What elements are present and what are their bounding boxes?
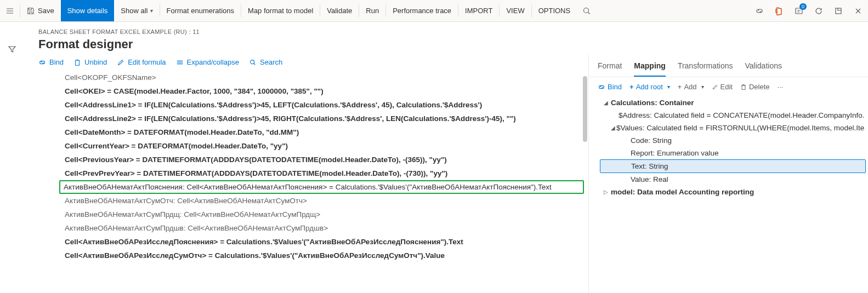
- chevron-down-icon: ▾: [701, 84, 704, 90]
- view-button[interactable]: VIEW: [500, 0, 531, 21]
- tree-report[interactable]: Report: Enumeration value: [600, 147, 866, 159]
- plus-icon: +: [678, 83, 682, 91]
- format-row[interactable]: Cell<OKOPF_OKFSName>: [63, 71, 584, 84]
- format-row[interactable]: Cell<PrevPrevYear> = DATETIMEFORMAT(ADDD…: [63, 166, 584, 180]
- bind-label: Bind: [49, 58, 64, 66]
- add-label: Add: [684, 83, 696, 91]
- tree-code[interactable]: Code: String: [600, 134, 866, 147]
- link-icon[interactable]: [750, 0, 769, 21]
- tree-report-label: Report: Enumeration value: [631, 149, 719, 157]
- tree-calculations[interactable]: ◢ Calculations: Container: [600, 96, 866, 109]
- bind-button[interactable]: Bind: [38, 58, 64, 66]
- save-label: Save: [38, 7, 54, 15]
- save-button[interactable]: Save: [20, 0, 61, 21]
- format-list: Cell<OKOPF_OKFSName>Cell<OKEI> = CASE(mo…: [38, 71, 588, 293]
- run-button[interactable]: Run: [359, 0, 385, 21]
- notifications-icon[interactable]: 0: [789, 0, 809, 21]
- validate-button[interactable]: Validate: [320, 0, 359, 21]
- tree-model[interactable]: ▷ model: Data model Accounting reporting: [600, 186, 866, 198]
- filter-icon[interactable]: [3, 41, 21, 58]
- mapping-bind-button[interactable]: Bind: [598, 83, 622, 91]
- close-icon[interactable]: [848, 0, 868, 21]
- format-row[interactable]: Cell<OKEI> = CASE(model.Header.Factor, 1…: [63, 84, 584, 98]
- performance-trace-button[interactable]: Performance trace: [386, 0, 458, 21]
- delete-label: Delete: [749, 83, 770, 91]
- format-row[interactable]: Cell<PreviousYear> = DATETIMEFORMAT(ADDD…: [63, 153, 584, 166]
- add-root-label: Add root: [636, 83, 663, 91]
- tree-model-label: model: Data model Accounting reporting: [611, 188, 754, 196]
- tree-collapse-icon[interactable]: ◢: [602, 100, 610, 106]
- scrollbar-thumb[interactable]: [583, 76, 587, 142]
- unbind-button[interactable]: Unbind: [73, 58, 107, 66]
- format-row[interactable]: АктивВнеОбАНематАктСумОтч: Cell<АктивВне…: [63, 194, 584, 208]
- perf-trace-label: Performance trace: [393, 7, 451, 15]
- format-row[interactable]: Cell<AddressLine1> = IF(LEN(Calculations…: [63, 98, 584, 112]
- svg-point-0: [584, 8, 589, 13]
- tree-value-label: Value: Real: [631, 175, 668, 183]
- unbind-icon: [73, 59, 81, 66]
- format-pane: Bind Unbind Edit formula Expand/collapse: [0, 55, 588, 293]
- search-icon[interactable]: [577, 0, 597, 21]
- edit-button[interactable]: Edit: [712, 83, 733, 91]
- format-row[interactable]: Cell<DateMonth> = DATEFORMAT(model.Heade…: [63, 125, 584, 139]
- expand-icon: [176, 59, 184, 66]
- format-row[interactable]: Cell<AddressLine2> = IF(LEN(Calculations…: [63, 112, 584, 125]
- mapping-tree: ◢ Calculations: Container $Address: Calc…: [589, 94, 868, 198]
- delete-button[interactable]: Delete: [740, 83, 770, 91]
- tree-address[interactable]: $Address: Calculated field = CONCATENATE…: [600, 109, 866, 122]
- format-row[interactable]: Cell<АктивВнеОбАРезИсследСумОтч> = Calcu…: [63, 249, 584, 262]
- edit-formula-button[interactable]: Edit formula: [117, 58, 166, 66]
- tab-validations[interactable]: Validations: [745, 58, 782, 77]
- expand-collapse-button[interactable]: Expand/collapse: [176, 58, 239, 66]
- mapping-toolbar: Bind + Add root ▾ + Add ▾ Edit Delete ··: [589, 77, 868, 94]
- unbind-label: Unbind: [84, 58, 107, 66]
- format-enumerations-button[interactable]: Format enumerations: [160, 0, 241, 21]
- command-bar: Save Show details Show all ▾ Format enum…: [0, 0, 868, 22]
- tree-calculations-label: Calculations: Container: [611, 99, 694, 107]
- map-format-button[interactable]: Map format to model: [241, 0, 320, 21]
- add-button[interactable]: + Add ▾: [678, 83, 704, 91]
- more-button[interactable]: ···: [778, 83, 784, 91]
- add-root-button[interactable]: + Add root ▾: [629, 83, 670, 91]
- show-all-button[interactable]: Show all ▾: [114, 0, 159, 21]
- tree-text-label: Text: String: [631, 162, 668, 170]
- tab-transformations[interactable]: Transformations: [678, 58, 733, 77]
- tab-mapping[interactable]: Mapping: [634, 58, 666, 77]
- chevron-down-icon: ▾: [667, 84, 670, 90]
- import-button[interactable]: IMPORT: [458, 0, 499, 21]
- format-row[interactable]: АктивВнеОбАНематАктСумПрдщ: Cell<АктивВн…: [63, 208, 584, 221]
- svg-rect-3: [76, 60, 80, 65]
- tree-collapse-icon[interactable]: ◢: [611, 125, 615, 131]
- notification-count: 0: [799, 3, 807, 10]
- mapping-pane: Format Mapping Transformations Validatio…: [588, 55, 868, 293]
- tree-text[interactable]: Text: String: [600, 159, 866, 173]
- format-row[interactable]: АктивВнеОбАНематАктПояснения: Cell<Актив…: [59, 180, 584, 194]
- search-button[interactable]: Search: [249, 58, 282, 66]
- page-title: Format designer: [38, 37, 868, 51]
- import-label: IMPORT: [465, 7, 492, 15]
- tree-values[interactable]: ◢ $Values: Calculated field = FIRSTORNUL…: [600, 122, 866, 134]
- edit-formula-label: Edit formula: [128, 58, 166, 66]
- office-icon[interactable]: [769, 0, 789, 21]
- refresh-icon[interactable]: [809, 0, 829, 21]
- options-button[interactable]: OPTIONS: [532, 0, 577, 21]
- format-row[interactable]: АктивВнеОбАНематАктСумПрдшв: Cell<АктивВ…: [63, 221, 584, 235]
- search-label: Search: [260, 58, 282, 66]
- edit-icon: [117, 59, 124, 66]
- tree-expand-icon[interactable]: ▷: [602, 189, 610, 195]
- breadcrumb: BALANCE SHEET FORMAT EXCEL EXAMPLE (RU) …: [38, 28, 868, 35]
- format-enum-label: Format enumerations: [167, 7, 235, 15]
- tree-code-label: Code: String: [631, 136, 672, 145]
- hamburger-icon[interactable]: [0, 0, 20, 21]
- tree-address-label: $Address: Calculated field = CONCATENATE…: [619, 111, 865, 119]
- format-toolbar: Bind Unbind Edit formula Expand/collapse: [38, 55, 588, 71]
- popout-icon[interactable]: [829, 0, 848, 21]
- validate-label: Validate: [327, 7, 352, 15]
- tree-value[interactable]: Value: Real: [600, 173, 866, 186]
- format-row[interactable]: Cell<АктивВнеОбАРезИсследПояснения> = Ca…: [63, 235, 584, 249]
- left-rail: [0, 22, 24, 58]
- format-row[interactable]: Cell<CurrentYear> = DATEFORMAT(model.Hea…: [63, 139, 584, 153]
- show-details-button[interactable]: Show details: [61, 0, 115, 21]
- edit-label: Edit: [721, 83, 733, 91]
- tab-format[interactable]: Format: [598, 58, 622, 77]
